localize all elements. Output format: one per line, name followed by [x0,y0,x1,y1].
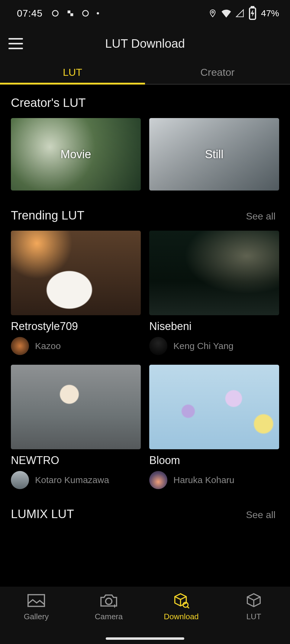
nav-label: Download [164,612,199,621]
wifi-icon [221,9,231,18]
content-scroll[interactable]: Creator's LUT Movie Still Trending LUT S… [0,85,290,521]
status-app-icon [66,9,75,18]
signal-icon [236,9,244,18]
creator-avatar [149,471,167,489]
nav-download[interactable]: Download [145,589,218,644]
section-title-creators-lut: Creator's LUT [11,96,86,110]
creator-name: Keng Chi Yang [173,341,234,351]
svg-rect-1 [68,11,70,13]
status-time: 07:45 [17,8,43,19]
category-label: Still [205,148,223,161]
svg-rect-2 [70,13,73,16]
creator-name: Haruka Koharu [173,475,234,485]
see-all-lumix[interactable]: See all [246,509,276,521]
lut-card[interactable]: Nisebeni Keng Chi Yang [149,231,279,355]
cube-icon [244,592,264,609]
see-all-trending[interactable]: See all [246,211,276,222]
svg-point-3 [83,11,89,16]
nav-lut[interactable]: LUT [218,589,290,644]
svg-point-4 [97,12,99,14]
section-title-lumix: LUMIX LUT [11,507,74,521]
nav-label: Gallery [24,612,49,621]
lut-thumbnail [149,365,279,449]
status-circle-icon-2 [81,9,90,18]
lut-title: Bloom [149,454,279,467]
bottom-nav: Gallery Camera Download LUT [0,587,290,644]
lut-thumbnail [149,231,279,315]
svg-rect-8 [28,595,44,607]
lut-card[interactable]: Retrostyle709 Kazoo [11,231,141,355]
creator-name: Kazoo [35,341,61,351]
lut-title: Retrostyle709 [11,320,141,333]
lut-card[interactable]: Bloom Haruka Koharu [149,365,279,489]
svg-point-9 [106,598,112,604]
creator-name: Kotaro Kumazawa [35,475,109,485]
svg-point-5 [212,11,214,13]
battery-percent: 47% [261,8,279,18]
status-bar: 07:45 47% [0,0,290,27]
lut-title: Nisebeni [149,320,279,333]
category-card-movie[interactable]: Movie [11,118,141,191]
svg-point-0 [53,11,58,16]
nav-gallery[interactable]: Gallery [0,589,72,644]
camera-icon [99,592,119,609]
category-card-still[interactable]: Still [149,118,279,191]
creator-avatar [11,471,29,489]
lut-thumbnail [11,231,141,315]
battery-icon [248,9,257,18]
tab-creator[interactable]: Creator [145,60,290,84]
lut-thumbnail [11,365,141,449]
category-label: Movie [60,148,91,161]
svg-rect-7 [251,7,254,8]
page-title: LUT Download [0,37,290,50]
app-header: LUT Download [0,27,290,60]
status-circle-icon [51,9,60,18]
download-cube-icon [171,592,191,609]
status-dot-icon [96,9,99,18]
lut-title: NEWTRO [11,454,141,467]
menu-button[interactable] [8,35,25,52]
section-title-trending: Trending LUT [11,209,84,222]
lut-card[interactable]: NEWTRO Kotaro Kumazawa [11,365,141,489]
nav-label: LUT [246,612,261,621]
tab-bar: LUT Creator [0,60,290,85]
nav-label: Camera [95,612,123,621]
gallery-icon [26,592,46,609]
tab-lut[interactable]: LUT [0,60,145,84]
creator-avatar [11,337,29,355]
creator-avatar [149,337,167,355]
nav-camera[interactable]: Camera [72,589,145,644]
home-indicator[interactable] [106,637,184,640]
location-icon [208,9,217,18]
